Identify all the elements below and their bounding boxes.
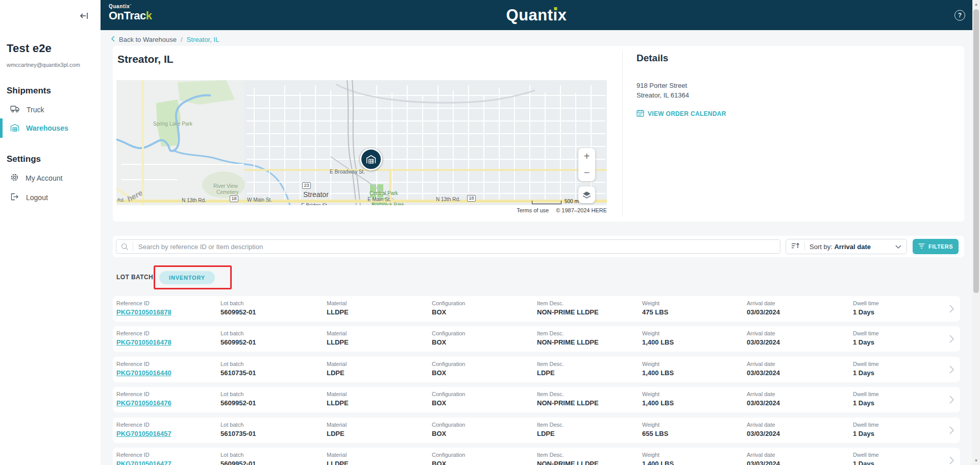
map-label: E Broadway St. bbox=[330, 169, 365, 175]
cell-configuration: ConfigurationBOX bbox=[432, 361, 537, 382]
filters-button[interactable]: FILTERS bbox=[913, 239, 959, 254]
cell-lot-batch: Lot batch5610735-01 bbox=[220, 422, 327, 443]
scrollbar-up-arrow[interactable]: ▲ bbox=[972, 1, 980, 8]
chevron-right-icon bbox=[949, 426, 954, 436]
view-order-calendar-link[interactable]: VIEW ORDER CALENDAR bbox=[636, 109, 726, 118]
breadcrumb: Back to Warehouse / Streator, IL bbox=[111, 36, 219, 43]
address-line-2: Streator, IL 61364 bbox=[636, 91, 689, 99]
sidebar-item-truck[interactable]: Truck bbox=[0, 101, 101, 118]
cell-arrival-date: Arrival date03/03/2024 bbox=[747, 452, 853, 465]
cell-dwell-time: Dwell time1 Days bbox=[853, 452, 960, 465]
chevron-right-icon bbox=[949, 305, 954, 315]
chevron-right-icon bbox=[949, 335, 954, 345]
sort-dropdown[interactable]: Sort by: Arrival date bbox=[786, 239, 907, 254]
cell-configuration: ConfigurationBOX bbox=[432, 391, 537, 412]
sort-label: Sort by: Arrival date bbox=[810, 243, 891, 251]
tab-lot-batch[interactable]: LOT BATCH bbox=[116, 274, 153, 281]
layers-icon bbox=[582, 191, 591, 199]
sort-icon bbox=[791, 242, 800, 252]
breadcrumb-current[interactable]: Streator, IL bbox=[187, 36, 219, 43]
cell-lot-batch: Lot batch5610735-01 bbox=[220, 361, 327, 382]
details-divider bbox=[622, 51, 623, 216]
reference-id-link[interactable]: PKG70105016478 bbox=[116, 338, 220, 346]
terms-of-use-link[interactable]: Terms of use bbox=[517, 207, 549, 213]
cell-reference-id: Reference IDPKG70105016457 bbox=[116, 422, 220, 443]
warehouse-map-marker[interactable] bbox=[360, 148, 382, 170]
map-attribution: Terms of use © 1987–2024 HERE bbox=[116, 207, 607, 213]
top-header: Quantix° OnTrack Quantıx ? bbox=[101, 0, 972, 30]
map[interactable]: Spring Lake ParkRiver ViewCemeteryStreat… bbox=[116, 80, 607, 205]
map-label: N 13th Rd. bbox=[182, 198, 206, 203]
table-row[interactable]: Reference IDPKG70105016440 Lot batch5610… bbox=[113, 357, 960, 382]
app-root: Test e2e wmccartney@quantix3pl.com Shipm… bbox=[0, 0, 980, 465]
table-row[interactable]: Reference IDPKG70105016477 Lot batch5609… bbox=[113, 448, 960, 465]
zoom-out-button[interactable]: − bbox=[578, 164, 595, 181]
table-row[interactable]: Reference IDPKG70105016457 Lot batch5610… bbox=[113, 418, 960, 443]
cell-configuration: ConfigurationBOX bbox=[432, 422, 537, 443]
map-scale: 500 m bbox=[532, 199, 579, 204]
sidebar-item-label: Logout bbox=[26, 193, 48, 202]
sidebar-item-my-account[interactable]: My Account bbox=[0, 169, 101, 187]
map-label: Rd. bbox=[117, 198, 125, 203]
search-input[interactable] bbox=[133, 243, 780, 251]
sidebar-item-warehouses[interactable]: Warehouses bbox=[0, 119, 101, 137]
user-name: Test e2e bbox=[7, 42, 52, 55]
sidebar: Test e2e wmccartney@quantix3pl.com Shipm… bbox=[0, 0, 101, 465]
cell-material: MaterialLDPE bbox=[327, 422, 432, 443]
cell-item-desc: Item Desc.LDPE bbox=[537, 422, 642, 443]
cell-material: MaterialLLDPE bbox=[327, 300, 432, 322]
sidebar-item-label: Warehouses bbox=[26, 124, 68, 132]
cell-weight: Weight1,400 LBS bbox=[642, 330, 747, 352]
cell-item-desc: Item Desc.NON-PRIME LLDPE bbox=[537, 330, 642, 352]
chevron-down-icon bbox=[895, 242, 901, 251]
cell-weight: Weight1,400 LBS bbox=[642, 452, 747, 465]
sidebar-item-label: My Account bbox=[26, 174, 62, 182]
zoom-in-button[interactable]: + bbox=[578, 148, 595, 164]
table-row[interactable]: Reference IDPKG70105016478 Lot batch5609… bbox=[113, 326, 960, 352]
map-layers-button[interactable] bbox=[578, 186, 595, 203]
scrollbar-thumb[interactable] bbox=[973, 9, 979, 293]
annotation-highlight-box: INVENTORY bbox=[154, 265, 232, 289]
table-row[interactable]: Reference IDPKG70105016878 Lot batch5609… bbox=[113, 296, 960, 322]
gear-icon bbox=[10, 173, 19, 183]
cell-lot-batch: Lot batch5609952-01 bbox=[220, 391, 327, 412]
collapse-sidebar-icon[interactable] bbox=[79, 11, 89, 20]
sidebar-item-logout[interactable]: Logout bbox=[0, 189, 101, 206]
search-box bbox=[116, 239, 780, 254]
map-label: Streator bbox=[303, 190, 329, 199]
tab-inventory[interactable]: INVENTORY bbox=[159, 271, 215, 284]
quantix-logo: Quantıx bbox=[506, 6, 567, 25]
reference-id-link[interactable]: PKG70105016476 bbox=[116, 399, 220, 407]
cell-item-desc: Item Desc.LDPE bbox=[537, 361, 642, 382]
cell-arrival-date: Arrival date03/03/2024 bbox=[747, 300, 853, 322]
cell-material: MaterialLLDPE bbox=[327, 391, 432, 412]
help-icon[interactable]: ? bbox=[954, 10, 965, 20]
page-title: Streator, IL bbox=[117, 53, 174, 65]
truck-icon bbox=[10, 105, 20, 114]
cell-weight: Weight1,400 LBS bbox=[642, 391, 747, 412]
cell-weight: Weight1,400 LBS bbox=[642, 361, 747, 382]
shipments-section-title: Shipments bbox=[7, 86, 51, 96]
reference-id-link[interactable]: PKG70105016878 bbox=[116, 308, 220, 316]
vertical-scrollbar[interactable]: ▲ ▼ bbox=[972, 0, 980, 465]
map-label: River View bbox=[213, 183, 238, 189]
logout-icon bbox=[10, 193, 19, 202]
scrollbar-down-arrow[interactable]: ▼ bbox=[972, 457, 980, 464]
reference-id-link[interactable]: PKG70105016477 bbox=[116, 460, 220, 465]
map-label: W Main St. bbox=[247, 197, 272, 203]
cell-arrival-date: Arrival date03/03/2024 bbox=[747, 391, 853, 412]
map-label: Bodznick Park bbox=[372, 202, 404, 205]
cell-weight: Weight475 LBS bbox=[642, 300, 747, 322]
table-row[interactable]: Reference IDPKG70105016476 Lot batch5609… bbox=[113, 387, 960, 412]
breadcrumb-back-link[interactable]: Back to Warehouse bbox=[119, 36, 177, 43]
reference-id-link[interactable]: PKG70105016440 bbox=[116, 369, 220, 377]
cell-arrival-date: Arrival date03/03/2024 bbox=[747, 361, 853, 382]
cell-item-desc: Item Desc.NON-PRIME LLDPE bbox=[537, 452, 642, 465]
cell-dwell-time: Dwell time1 Days bbox=[853, 422, 960, 443]
reference-id-link[interactable]: PKG70105016457 bbox=[116, 430, 220, 437]
scale-bar bbox=[532, 201, 561, 204]
map-label: Cemetery bbox=[216, 189, 238, 195]
filter-icon bbox=[918, 243, 925, 250]
map-label: Central Park bbox=[370, 190, 398, 196]
chevron-right-icon bbox=[949, 396, 954, 406]
